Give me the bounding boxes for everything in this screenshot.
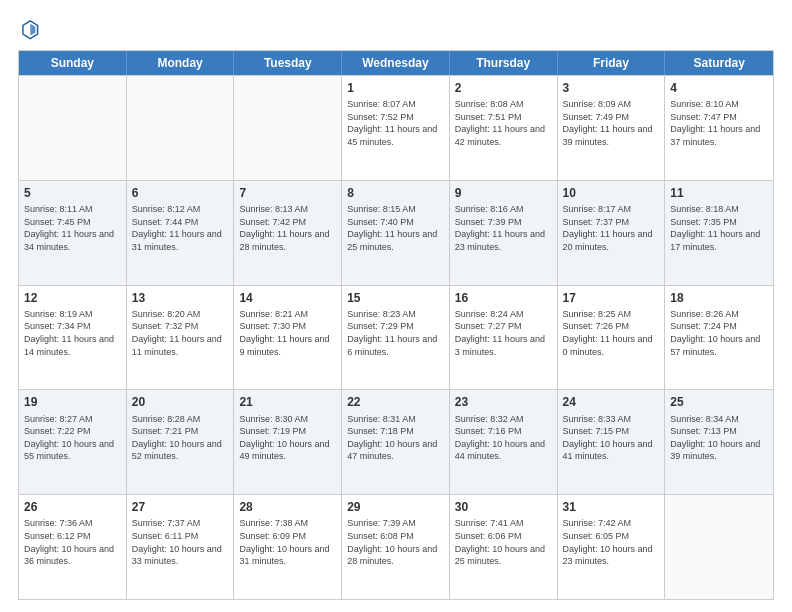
cell-day-number: 6 bbox=[132, 185, 229, 201]
svg-marker-1 bbox=[30, 24, 35, 36]
cell-day-number: 11 bbox=[670, 185, 768, 201]
cell-day-number: 22 bbox=[347, 394, 444, 410]
calendar-cell-3-4: 23Sunrise: 8:32 AMSunset: 7:16 PMDayligh… bbox=[450, 390, 558, 494]
calendar-cell-1-6: 11Sunrise: 8:18 AMSunset: 7:35 PMDayligh… bbox=[665, 181, 773, 285]
calendar-cell-0-4: 2Sunrise: 8:08 AMSunset: 7:51 PMDaylight… bbox=[450, 76, 558, 180]
cell-day-number: 23 bbox=[455, 394, 552, 410]
logo bbox=[18, 18, 44, 40]
cell-info: Sunrise: 7:38 AMSunset: 6:09 PMDaylight:… bbox=[239, 517, 336, 567]
calendar-cell-3-6: 25Sunrise: 8:34 AMSunset: 7:13 PMDayligh… bbox=[665, 390, 773, 494]
calendar-cell-2-0: 12Sunrise: 8:19 AMSunset: 7:34 PMDayligh… bbox=[19, 286, 127, 390]
header-day-saturday: Saturday bbox=[665, 51, 773, 75]
calendar-cell-1-0: 5Sunrise: 8:11 AMSunset: 7:45 PMDaylight… bbox=[19, 181, 127, 285]
calendar-cell-4-0: 26Sunrise: 7:36 AMSunset: 6:12 PMDayligh… bbox=[19, 495, 127, 599]
calendar-cell-4-5: 31Sunrise: 7:42 AMSunset: 6:05 PMDayligh… bbox=[558, 495, 666, 599]
calendar-cell-1-4: 9Sunrise: 8:16 AMSunset: 7:39 PMDaylight… bbox=[450, 181, 558, 285]
cell-info: Sunrise: 8:23 AMSunset: 7:29 PMDaylight:… bbox=[347, 308, 444, 358]
cell-day-number: 12 bbox=[24, 290, 121, 306]
cell-info: Sunrise: 7:41 AMSunset: 6:06 PMDaylight:… bbox=[455, 517, 552, 567]
cell-day-number: 27 bbox=[132, 499, 229, 515]
cell-info: Sunrise: 8:30 AMSunset: 7:19 PMDaylight:… bbox=[239, 413, 336, 463]
cell-info: Sunrise: 7:37 AMSunset: 6:11 PMDaylight:… bbox=[132, 517, 229, 567]
calendar-row-4: 26Sunrise: 7:36 AMSunset: 6:12 PMDayligh… bbox=[19, 494, 773, 599]
cell-day-number: 2 bbox=[455, 80, 552, 96]
header-day-wednesday: Wednesday bbox=[342, 51, 450, 75]
cell-info: Sunrise: 8:12 AMSunset: 7:44 PMDaylight:… bbox=[132, 203, 229, 253]
cell-day-number: 26 bbox=[24, 499, 121, 515]
cell-day-number: 19 bbox=[24, 394, 121, 410]
cell-day-number: 28 bbox=[239, 499, 336, 515]
calendar-cell-1-5: 10Sunrise: 8:17 AMSunset: 7:37 PMDayligh… bbox=[558, 181, 666, 285]
cell-info: Sunrise: 8:21 AMSunset: 7:30 PMDaylight:… bbox=[239, 308, 336, 358]
cell-day-number: 31 bbox=[563, 499, 660, 515]
header-day-tuesday: Tuesday bbox=[234, 51, 342, 75]
calendar-row-2: 12Sunrise: 8:19 AMSunset: 7:34 PMDayligh… bbox=[19, 285, 773, 390]
cell-day-number: 16 bbox=[455, 290, 552, 306]
cell-day-number: 5 bbox=[24, 185, 121, 201]
cell-day-number: 14 bbox=[239, 290, 336, 306]
page-header bbox=[18, 18, 774, 40]
header-day-friday: Friday bbox=[558, 51, 666, 75]
cell-info: Sunrise: 8:20 AMSunset: 7:32 PMDaylight:… bbox=[132, 308, 229, 358]
calendar-cell-0-1 bbox=[127, 76, 235, 180]
cell-day-number: 24 bbox=[563, 394, 660, 410]
cell-day-number: 30 bbox=[455, 499, 552, 515]
cell-day-number: 10 bbox=[563, 185, 660, 201]
cell-info: Sunrise: 8:28 AMSunset: 7:21 PMDaylight:… bbox=[132, 413, 229, 463]
cell-info: Sunrise: 8:13 AMSunset: 7:42 PMDaylight:… bbox=[239, 203, 336, 253]
cell-day-number: 8 bbox=[347, 185, 444, 201]
calendar-cell-2-3: 15Sunrise: 8:23 AMSunset: 7:29 PMDayligh… bbox=[342, 286, 450, 390]
calendar-cell-1-1: 6Sunrise: 8:12 AMSunset: 7:44 PMDaylight… bbox=[127, 181, 235, 285]
calendar: SundayMondayTuesdayWednesdayThursdayFrid… bbox=[18, 50, 774, 600]
cell-info: Sunrise: 7:39 AMSunset: 6:08 PMDaylight:… bbox=[347, 517, 444, 567]
calendar-cell-3-0: 19Sunrise: 8:27 AMSunset: 7:22 PMDayligh… bbox=[19, 390, 127, 494]
cell-info: Sunrise: 8:25 AMSunset: 7:26 PMDaylight:… bbox=[563, 308, 660, 358]
cell-info: Sunrise: 8:09 AMSunset: 7:49 PMDaylight:… bbox=[563, 98, 660, 148]
cell-info: Sunrise: 8:08 AMSunset: 7:51 PMDaylight:… bbox=[455, 98, 552, 148]
header-day-sunday: Sunday bbox=[19, 51, 127, 75]
cell-day-number: 17 bbox=[563, 290, 660, 306]
cell-info: Sunrise: 8:18 AMSunset: 7:35 PMDaylight:… bbox=[670, 203, 768, 253]
calendar-cell-3-2: 21Sunrise: 8:30 AMSunset: 7:19 PMDayligh… bbox=[234, 390, 342, 494]
cell-day-number: 3 bbox=[563, 80, 660, 96]
calendar-cell-4-1: 27Sunrise: 7:37 AMSunset: 6:11 PMDayligh… bbox=[127, 495, 235, 599]
cell-day-number: 21 bbox=[239, 394, 336, 410]
calendar-cell-2-1: 13Sunrise: 8:20 AMSunset: 7:32 PMDayligh… bbox=[127, 286, 235, 390]
calendar-cell-4-6 bbox=[665, 495, 773, 599]
cell-info: Sunrise: 8:19 AMSunset: 7:34 PMDaylight:… bbox=[24, 308, 121, 358]
cell-info: Sunrise: 8:27 AMSunset: 7:22 PMDaylight:… bbox=[24, 413, 121, 463]
calendar-cell-4-4: 30Sunrise: 7:41 AMSunset: 6:06 PMDayligh… bbox=[450, 495, 558, 599]
calendar-cell-0-6: 4Sunrise: 8:10 AMSunset: 7:47 PMDaylight… bbox=[665, 76, 773, 180]
cell-info: Sunrise: 8:34 AMSunset: 7:13 PMDaylight:… bbox=[670, 413, 768, 463]
calendar-cell-3-1: 20Sunrise: 8:28 AMSunset: 7:21 PMDayligh… bbox=[127, 390, 235, 494]
cell-info: Sunrise: 8:17 AMSunset: 7:37 PMDaylight:… bbox=[563, 203, 660, 253]
cell-day-number: 13 bbox=[132, 290, 229, 306]
calendar-cell-0-3: 1Sunrise: 8:07 AMSunset: 7:52 PMDaylight… bbox=[342, 76, 450, 180]
cell-day-number: 9 bbox=[455, 185, 552, 201]
cell-info: Sunrise: 7:42 AMSunset: 6:05 PMDaylight:… bbox=[563, 517, 660, 567]
calendar-row-3: 19Sunrise: 8:27 AMSunset: 7:22 PMDayligh… bbox=[19, 389, 773, 494]
cell-info: Sunrise: 8:32 AMSunset: 7:16 PMDaylight:… bbox=[455, 413, 552, 463]
calendar-cell-4-3: 29Sunrise: 7:39 AMSunset: 6:08 PMDayligh… bbox=[342, 495, 450, 599]
calendar-row-1: 5Sunrise: 8:11 AMSunset: 7:45 PMDaylight… bbox=[19, 180, 773, 285]
calendar-cell-3-5: 24Sunrise: 8:33 AMSunset: 7:15 PMDayligh… bbox=[558, 390, 666, 494]
calendar-cell-0-0 bbox=[19, 76, 127, 180]
cell-day-number: 7 bbox=[239, 185, 336, 201]
cell-info: Sunrise: 7:36 AMSunset: 6:12 PMDaylight:… bbox=[24, 517, 121, 567]
logo-icon bbox=[20, 18, 42, 40]
cell-info: Sunrise: 8:24 AMSunset: 7:27 PMDaylight:… bbox=[455, 308, 552, 358]
calendar-cell-2-5: 17Sunrise: 8:25 AMSunset: 7:26 PMDayligh… bbox=[558, 286, 666, 390]
calendar-cell-2-4: 16Sunrise: 8:24 AMSunset: 7:27 PMDayligh… bbox=[450, 286, 558, 390]
cell-info: Sunrise: 8:16 AMSunset: 7:39 PMDaylight:… bbox=[455, 203, 552, 253]
cell-info: Sunrise: 8:31 AMSunset: 7:18 PMDaylight:… bbox=[347, 413, 444, 463]
header-day-monday: Monday bbox=[127, 51, 235, 75]
calendar-cell-4-2: 28Sunrise: 7:38 AMSunset: 6:09 PMDayligh… bbox=[234, 495, 342, 599]
cell-info: Sunrise: 8:07 AMSunset: 7:52 PMDaylight:… bbox=[347, 98, 444, 148]
calendar-row-0: 1Sunrise: 8:07 AMSunset: 7:52 PMDaylight… bbox=[19, 75, 773, 180]
cell-day-number: 20 bbox=[132, 394, 229, 410]
calendar-cell-0-5: 3Sunrise: 8:09 AMSunset: 7:49 PMDaylight… bbox=[558, 76, 666, 180]
calendar-cell-1-3: 8Sunrise: 8:15 AMSunset: 7:40 PMDaylight… bbox=[342, 181, 450, 285]
cell-day-number: 18 bbox=[670, 290, 768, 306]
calendar-header: SundayMondayTuesdayWednesdayThursdayFrid… bbox=[19, 51, 773, 75]
cell-day-number: 25 bbox=[670, 394, 768, 410]
